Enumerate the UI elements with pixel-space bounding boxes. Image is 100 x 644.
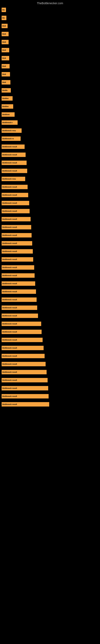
bar-item: Bottleneck result xyxy=(1,185,28,189)
bar-item: Bottleneck result xyxy=(1,314,38,318)
bar-row: Bott xyxy=(1,40,100,44)
bar-item: Bottlen xyxy=(1,96,13,100)
bar-label: Bottleneck result xyxy=(2,258,17,260)
bar-item: Bottleneck r xyxy=(1,120,18,125)
bar-label: Bottleneck result xyxy=(2,226,17,228)
bar-item: Bottleneck result xyxy=(1,402,49,406)
bar-item: Bottleneck result xyxy=(1,265,34,270)
bar-label: Bottleneck result xyxy=(2,355,17,357)
bar-label: Bott xyxy=(2,65,6,67)
bar-label: Bottle xyxy=(2,89,8,91)
bar-row: Bottleneck result xyxy=(1,330,100,334)
bar-row: Bottleneck result xyxy=(1,249,100,254)
bar-label: Bott xyxy=(2,41,6,43)
bar-item: Bott xyxy=(1,48,9,52)
bar-label: Bo xyxy=(2,9,5,11)
bar-row: Bottleneck result xyxy=(1,298,100,302)
bar-row: Bottleneck result xyxy=(1,386,100,390)
site-title-container: TheBottlenecker.com xyxy=(0,0,100,6)
bar-label: Bott xyxy=(2,49,6,51)
bar-row: Bott xyxy=(1,80,100,84)
bar-item: Bottleneck result xyxy=(1,298,37,302)
bar-label: Bottleneck result xyxy=(2,282,17,284)
bar-row: Bottleneck result xyxy=(1,338,100,342)
bar-item: Bott xyxy=(1,32,9,36)
bar-item: Bottleneck result xyxy=(1,346,44,350)
bar-item: Bottleneck result xyxy=(1,152,26,157)
bar-row: Bottleneck result xyxy=(1,265,100,270)
bar-label: Bottleneck result xyxy=(2,323,17,325)
bar-item: Bottleneck resu xyxy=(1,128,22,133)
bar-row: Bottleneck result xyxy=(1,241,100,246)
bar-row: Bottleneck result xyxy=(1,193,100,197)
bar-row: Bottleneck result xyxy=(1,394,100,398)
bar-item: Bottleneck result xyxy=(1,306,37,310)
bar-row: Bottleneck resu xyxy=(1,177,100,181)
bar-item: Bottleneck result xyxy=(1,209,30,213)
bar-item: Bottleneck result xyxy=(1,257,33,262)
bar-item: Bottlen xyxy=(1,104,13,109)
bar-label: Bottleneck result xyxy=(2,146,17,148)
bar-label: Bottlen xyxy=(2,106,9,108)
bar-row: Bottleneck result xyxy=(1,314,100,318)
bar-item: Bottleneck result xyxy=(1,338,43,342)
bar-item: Bottlene xyxy=(1,112,15,117)
bar-row: Bottleneck result xyxy=(1,225,100,230)
bar-label: Bott xyxy=(2,81,6,83)
bar-item: Bottleneck result xyxy=(1,362,46,366)
bar-item: Bott xyxy=(1,80,10,84)
bar-row: Bottleneck result xyxy=(1,378,100,382)
bar-item: Bottleneck result xyxy=(1,322,41,326)
bar-row: Bo xyxy=(1,8,100,12)
bar-item: Bottleneck result xyxy=(1,169,27,173)
bar-row: Bottleneck result xyxy=(1,290,100,294)
bar-label: Bottleneck result xyxy=(2,218,17,220)
bar-item: Bottleneck result xyxy=(1,273,35,278)
bar-label: Bottleneck result xyxy=(2,194,17,196)
bar-item: Bottleneck result xyxy=(1,217,31,222)
bar-row: Bottlen xyxy=(1,104,100,109)
bar-row: Bott xyxy=(1,48,100,52)
bar-item: Bottleneck result xyxy=(1,241,32,246)
bar-label: Bottleneck result xyxy=(2,290,17,292)
bar-label: Bott xyxy=(2,33,6,35)
bar-item: Bottleneck result xyxy=(1,330,42,334)
bar-row: Bottleneck result xyxy=(1,257,100,262)
bar-row: Bottleneck result xyxy=(1,185,100,189)
bar-label: Bottleneck result xyxy=(2,307,17,309)
bar-row: Bott xyxy=(1,32,100,36)
bar-item: Bottleneck resu xyxy=(1,177,25,181)
bar-item: Bottleneck result xyxy=(1,225,31,230)
bar-row: Bo xyxy=(1,16,100,20)
bar-label: Bottleneck resu xyxy=(2,178,16,180)
bar-label: Bott xyxy=(2,25,6,27)
bar-row: Bottleneck result xyxy=(1,144,100,149)
bar-label: Bottleneck r xyxy=(2,122,13,124)
bar-label: Bottlen xyxy=(2,98,9,100)
bar-label: Bottleneck result xyxy=(2,266,17,268)
bar-row: Bottleneck result xyxy=(1,169,100,173)
bar-label: Bottleneck result xyxy=(2,395,17,397)
bar-item: Bottleneck result xyxy=(1,144,25,149)
bar-label: Bottlene xyxy=(2,114,10,116)
bar-row: Bottleneck result xyxy=(1,273,100,278)
bar-label: Bottleneck result xyxy=(2,202,17,204)
bar-row: Bottleneck result xyxy=(1,346,100,350)
bar-label: Bottleneck re xyxy=(2,138,14,140)
bar-row: Bottle xyxy=(1,88,100,92)
bar-label: Bottleneck result xyxy=(2,299,17,301)
bars-container: BoBoBottBottBottBottBottBottBottBottBott… xyxy=(0,6,100,406)
bar-item: Bottleneck result xyxy=(1,281,35,286)
bar-row: Bottleneck result xyxy=(1,306,100,310)
bar-label: Bottleneck result xyxy=(2,387,17,389)
bar-label: Bottleneck result xyxy=(2,242,17,244)
bar-row: Bottleneck result xyxy=(1,217,100,222)
bar-row: Bottleneck result xyxy=(1,402,100,406)
bar-row: Bottleneck resu xyxy=(1,128,100,133)
bar-row: Bottleneck result xyxy=(1,354,100,358)
bar-item: Bott xyxy=(1,40,9,44)
bar-label: Bottleneck result xyxy=(2,170,17,172)
bar-item: Bottleneck result xyxy=(1,193,28,197)
bar-item: Bo xyxy=(1,16,6,20)
bar-label: Bottleneck result xyxy=(2,154,17,156)
